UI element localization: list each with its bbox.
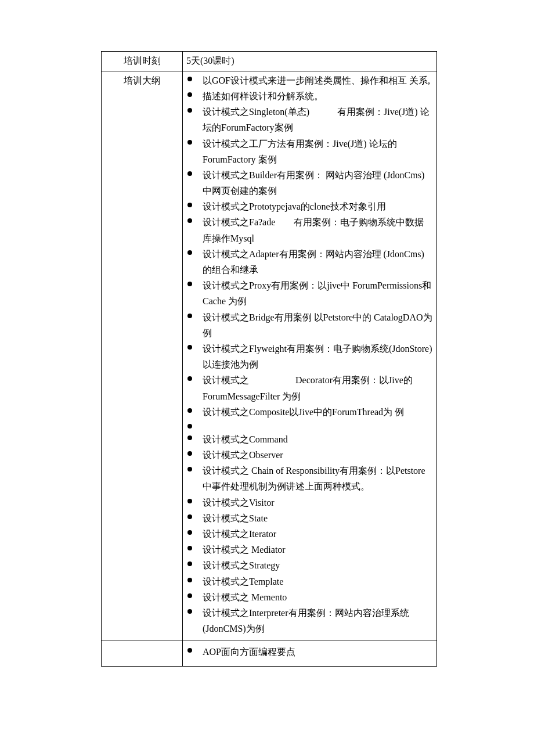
list-item: 设计模式之Bridge有用案例 以Petstore中的 CatalogDAO为例 bbox=[184, 309, 433, 341]
bullet-icon bbox=[187, 218, 192, 223]
row3-value-cell: AOP面向方面编程要点 bbox=[183, 640, 437, 666]
list-item: 设计模式之Command bbox=[184, 431, 433, 447]
bullet-icon bbox=[187, 203, 192, 207]
bullet-icon bbox=[187, 530, 192, 535]
bullet-icon bbox=[187, 609, 192, 614]
bullet-icon bbox=[187, 424, 192, 429]
bullet-icon bbox=[187, 171, 192, 176]
bullet-icon bbox=[187, 593, 192, 598]
list-item-text: 设计模式之Strategy bbox=[203, 560, 280, 570]
list-item: AOP面向方面编程要点 bbox=[184, 644, 433, 660]
list-item: 设计模式之Fa?ade 有用案例：电子购物系统中数据库操作Mysql bbox=[184, 214, 433, 246]
row1-label: 培训时刻 bbox=[124, 56, 161, 66]
list-item-text: 设计模式之Fa?ade 有用案例：电子购物系统中数据库操作Mysql bbox=[203, 217, 424, 243]
list-item-text: 设计模式之Singleton(单态) 有用案例：Jive(J道) 论坛的Foru… bbox=[203, 107, 430, 132]
bullet-icon bbox=[187, 140, 192, 145]
list-item-text: 设计模式之Observer bbox=[203, 450, 283, 460]
list-item-text: 以GOF设计模式来进一步阐述类属性、操作和相互 关系, bbox=[203, 75, 430, 85]
table-row: 培训大纲 以GOF设计模式来进一步阐述类属性、操作和相互 关系,描述如何样设计和… bbox=[102, 71, 437, 640]
list-item: 设计模式之 Chain of Responsibility有用案例：以Petst… bbox=[184, 463, 433, 494]
bullet-icon bbox=[187, 92, 192, 97]
bullet-icon bbox=[187, 467, 192, 471]
list-item-text: 设计模式之Iterator bbox=[203, 529, 276, 539]
list-item-text: 设计模式之Visitor bbox=[203, 498, 274, 507]
list-item: 设计模式之工厂方法有用案例：Jive(J道) 论坛的ForumFactory 案… bbox=[184, 136, 433, 167]
list-item-text: 设计模式之 Mediator bbox=[203, 545, 286, 555]
list-item-text: 设计模式之Interpreter有用案例：网站内容治理系统(JdonCMS)为例 bbox=[203, 608, 409, 633]
page: 培训时刻 5天(30课时) 培训大纲 以GOF设计模式来进一步阐述类属性、操作和… bbox=[0, 0, 534, 667]
list-item: 设计模式之Proxy有用案例：以jive中 ForumPermissions和 … bbox=[184, 278, 433, 309]
list-item-text: 设计模式之 Decorator有用案例：以Jive的ForumMessageFi… bbox=[203, 375, 413, 401]
bullet-icon bbox=[187, 314, 192, 318]
list-item bbox=[184, 420, 433, 431]
row1-value: 5天(30课时) bbox=[186, 56, 234, 66]
list-item-text: 设计模式之 Chain of Responsibility有用案例：以Petst… bbox=[203, 466, 425, 491]
list-item: 设计模式之Visitor bbox=[184, 495, 433, 510]
row1-value-cell: 5天(30课时) bbox=[183, 52, 437, 71]
list-item-text: 设计模式之 Memento bbox=[203, 592, 287, 602]
bullet-icon bbox=[187, 578, 192, 582]
list-item: 设计模式之Interpreter有用案例：网站内容治理系统(JdonCMS)为例 bbox=[184, 605, 433, 636]
list-item: 设计模式之 Decorator有用案例：以Jive的ForumMessageFi… bbox=[184, 372, 433, 404]
list-item-text: 设计模式之Bridge有用案例 以Petstore中的 CatalogDAO为例 bbox=[203, 312, 432, 338]
row1-label-cell: 培训时刻 bbox=[102, 52, 183, 71]
list-item: 设计模式之 Memento bbox=[184, 589, 433, 605]
bullet-icon bbox=[187, 648, 192, 653]
bullet-icon bbox=[187, 108, 192, 113]
table-row: AOP面向方面编程要点 bbox=[102, 640, 437, 666]
list-item-text: 设计模式之Composite以Jive中的ForumThread为 例 bbox=[203, 407, 404, 417]
list-item-text: 设计模式之Proxy有用案例：以jive中 ForumPermissions和 … bbox=[203, 280, 431, 306]
list-item: 设计模式之Strategy bbox=[184, 557, 433, 573]
bullet-icon bbox=[187, 408, 192, 413]
bullet-icon bbox=[187, 250, 192, 255]
list-item-text: 设计模式之State bbox=[203, 513, 268, 523]
list-item-text: 描述如何样设计和分解系统。 bbox=[203, 91, 323, 101]
training-table: 培训时刻 5天(30课时) 培训大纲 以GOF设计模式来进一步阐述类属性、操作和… bbox=[101, 51, 437, 667]
list-item: 设计模式之Template bbox=[184, 574, 433, 589]
bullet-icon bbox=[187, 435, 192, 440]
list-item-text: AOP面向方面编程要点 bbox=[203, 647, 295, 657]
list-item: 设计模式之Builder有用案例： 网站内容治理 (JdonCms)中网页创建的… bbox=[184, 167, 433, 199]
row2-bullet-list: 以GOF设计模式来进一步阐述类属性、操作和相互 关系,描述如何样设计和分解系统。… bbox=[184, 73, 434, 637]
bullet-icon bbox=[187, 451, 192, 456]
row3-bullet-list: AOP面向方面编程要点 bbox=[184, 644, 434, 660]
bullet-icon bbox=[187, 77, 192, 81]
row2-label: 培训大纲 bbox=[124, 75, 161, 85]
list-item: 描述如何样设计和分解系统。 bbox=[184, 88, 433, 104]
list-item-text: 设计模式之Command bbox=[203, 434, 288, 444]
list-item: 设计模式之 Mediator bbox=[184, 542, 433, 557]
list-item-text: 设计模式之工厂方法有用案例：Jive(J道) 论坛的ForumFactory 案… bbox=[203, 139, 397, 164]
list-item: 设计模式之State bbox=[184, 510, 433, 526]
list-item-text: 设计模式之Adapter有用案例：网站内容治理 (JdonCms)的组合和继承 bbox=[203, 249, 424, 275]
list-item: 设计模式之Composite以Jive中的ForumThread为 例 bbox=[184, 404, 433, 420]
bullet-icon bbox=[187, 376, 192, 381]
bullet-icon bbox=[187, 561, 192, 566]
row2-label-cell: 培训大纲 bbox=[102, 71, 183, 640]
list-item-text: 设计模式之Flyweight有用案例：电子购物系统(JdonStore)以连接池… bbox=[203, 344, 432, 369]
row3-label-cell bbox=[102, 640, 183, 666]
list-item-text: 设计模式之Prototypejava的clone技术对象引用 bbox=[203, 201, 386, 211]
list-item-text: 设计模式之Template bbox=[203, 577, 283, 586]
bullet-icon bbox=[187, 514, 192, 519]
list-item: 设计模式之Flyweight有用案例：电子购物系统(JdonStore)以连接池… bbox=[184, 341, 433, 372]
list-item: 设计模式之Singleton(单态) 有用案例：Jive(J道) 论坛的Foru… bbox=[184, 104, 433, 135]
bullet-icon bbox=[187, 546, 192, 550]
list-item: 设计模式之Iterator bbox=[184, 526, 433, 542]
list-item: 设计模式之Adapter有用案例：网站内容治理 (JdonCms)的组合和继承 bbox=[184, 246, 433, 278]
bullet-icon bbox=[187, 499, 192, 503]
list-item: 设计模式之Prototypejava的clone技术对象引用 bbox=[184, 199, 433, 214]
table-row: 培训时刻 5天(30课时) bbox=[102, 52, 437, 71]
list-item: 以GOF设计模式来进一步阐述类属性、操作和相互 关系, bbox=[184, 73, 433, 88]
list-item-text: 设计模式之Builder有用案例： 网站内容治理 (JdonCms)中网页创建的… bbox=[203, 170, 424, 196]
list-item: 设计模式之Observer bbox=[184, 447, 433, 463]
bullet-icon bbox=[187, 345, 192, 350]
bullet-icon bbox=[187, 282, 192, 286]
row2-value-cell: 以GOF设计模式来进一步阐述类属性、操作和相互 关系,描述如何样设计和分解系统。… bbox=[183, 71, 437, 640]
